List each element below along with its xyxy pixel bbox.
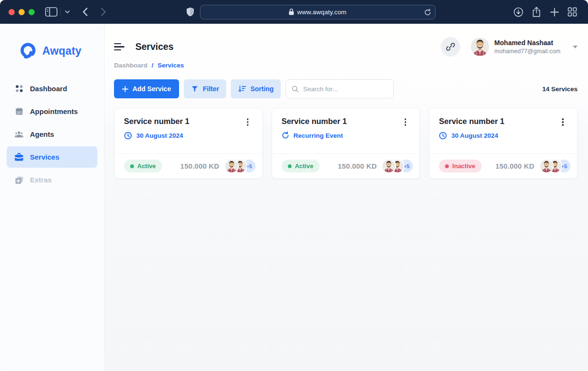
- service-date-text: 30 August 2024: [136, 132, 183, 139]
- service-title: Service number 1: [124, 117, 190, 126]
- window-controls: [9, 9, 35, 15]
- menu-toggle-icon[interactable]: [114, 42, 125, 52]
- sorting-button[interactable]: Sorting: [231, 79, 281, 98]
- app-logo-text: Awqaty: [42, 45, 82, 57]
- awqaty-logo-icon: [19, 42, 37, 60]
- more-options-icon[interactable]: [558, 117, 568, 127]
- search-icon: [292, 85, 299, 93]
- sidebar-nav: Dashboard Appointments Agents: [0, 78, 104, 190]
- agent-avatar: [225, 160, 238, 172]
- browser-toolbar-right: [511, 5, 579, 19]
- service-card-body: Service number 1 30 August 2024: [429, 108, 577, 153]
- sidebar-item-dashboard[interactable]: Dashboard: [7, 78, 97, 99]
- service-card-body: Service number 1 Recurring Event: [272, 108, 420, 153]
- status-badge: Active: [124, 160, 162, 172]
- sidebar-item-label: Dashboard: [30, 85, 67, 93]
- breadcrumb-dashboard[interactable]: Dashboard: [114, 62, 148, 69]
- people-icon: [14, 130, 24, 139]
- assigned-avatars[interactable]: +5: [540, 160, 570, 172]
- status-dot: [130, 164, 134, 168]
- extras-plus-icon: [14, 175, 24, 185]
- breadcrumb-services[interactable]: Services: [158, 62, 184, 69]
- sort-icon: [238, 85, 246, 93]
- filter-button[interactable]: Filter: [184, 79, 226, 98]
- services-count: 14 Services: [542, 86, 578, 93]
- service-card[interactable]: Service number 1 30 August 2024 Active 1…: [114, 108, 263, 179]
- service-card-footer: Active 150.000 KD +5: [272, 153, 420, 178]
- zoom-window-button[interactable]: [28, 9, 35, 15]
- service-card-footer: Active 150.000 KD +5: [114, 153, 262, 178]
- service-price: 150.000 KD: [495, 162, 534, 170]
- briefcase-icon: [14, 152, 24, 162]
- clock-icon: [439, 132, 447, 140]
- new-tab-icon[interactable]: [547, 5, 561, 19]
- sidebar-item-services[interactable]: Services: [7, 146, 97, 168]
- status-badge: Inactive: [439, 160, 481, 172]
- header-actions: Mohamed Nashaat mohamed77@gmail.com: [441, 37, 578, 57]
- sidebar-menu-chevron-icon[interactable]: [63, 5, 72, 19]
- sidebar-item-appointments[interactable]: Appointments: [7, 101, 97, 122]
- browser-window: www.awqaty.com: [0, 0, 588, 371]
- agent-avatar: [540, 160, 553, 172]
- more-options-icon[interactable]: [243, 117, 253, 127]
- privacy-shield-icon[interactable]: [186, 7, 194, 17]
- back-icon[interactable]: [78, 5, 92, 19]
- assigned-avatars[interactable]: +5: [225, 160, 256, 172]
- address-bar-group: www.awqaty.com: [186, 5, 436, 19]
- breadcrumb-separator: /: [152, 62, 153, 69]
- add-service-button[interactable]: Add Service: [114, 79, 179, 98]
- sidebar-item-agents[interactable]: Agents: [7, 124, 97, 145]
- sidebar-item-label: Agents: [30, 130, 54, 138]
- more-options-icon[interactable]: [400, 117, 410, 127]
- link-icon: [446, 42, 455, 52]
- chevron-down-icon[interactable]: [573, 46, 578, 48]
- status-dot: [288, 164, 292, 168]
- toolbar-divider: [60, 8, 61, 16]
- service-title: Service number 1: [282, 117, 347, 126]
- status-dot: [445, 164, 449, 168]
- close-window-button[interactable]: [9, 9, 15, 15]
- sidebar-item-extras[interactable]: Extras: [7, 169, 97, 190]
- status-badge: Active: [282, 160, 320, 172]
- service-recurring: Recurring Event: [282, 132, 410, 139]
- service-price: 150.000 KD: [338, 162, 377, 170]
- clock-icon: [124, 132, 132, 140]
- page-header: Services Mohamed Nashaat mohamed77@gmail…: [114, 37, 578, 57]
- sidebar-item-label: Extras: [30, 176, 52, 184]
- app-shell: Awqaty Dashboard Appointments: [0, 24, 588, 371]
- service-card[interactable]: Service number 1 Recurring Event Active …: [272, 108, 420, 179]
- user-avatar[interactable]: [471, 38, 489, 56]
- lock-icon: [289, 9, 294, 15]
- main-content: Services Mohamed Nashaat mohamed77@gmail…: [104, 24, 588, 371]
- copy-link-button[interactable]: [441, 37, 460, 57]
- browser-toolbar-left: [9, 5, 110, 19]
- sidebar-item-label: Services: [30, 153, 59, 161]
- tab-overview-icon[interactable]: [565, 5, 579, 19]
- address-bar[interactable]: www.awqaty.com: [200, 5, 436, 19]
- filter-funnel-icon: [191, 85, 199, 93]
- sidebar: Awqaty Dashboard Appointments: [0, 24, 104, 371]
- forward-icon[interactable]: [96, 5, 110, 19]
- search-input[interactable]: [303, 86, 388, 93]
- filter-label: Filter: [203, 85, 219, 93]
- browser-toolbar: www.awqaty.com: [0, 0, 588, 24]
- services-grid: Service number 1 30 August 2024 Active 1…: [114, 108, 578, 179]
- status-label: Active: [137, 162, 156, 170]
- service-title: Service number 1: [439, 117, 504, 126]
- plus-icon: [122, 86, 128, 92]
- downloads-icon[interactable]: [511, 5, 525, 19]
- recurring-icon: [282, 132, 289, 139]
- add-service-label: Add Service: [133, 85, 171, 93]
- sidebar-toggle-icon[interactable]: [44, 5, 58, 19]
- sorting-label: Sorting: [250, 85, 274, 93]
- service-card[interactable]: Service number 1 30 August 2024 Inactive…: [429, 108, 578, 179]
- calendar-icon: [14, 107, 24, 116]
- user-name: Mohamed Nashaat: [494, 39, 560, 47]
- user-menu[interactable]: Mohamed Nashaat mohamed77@gmail.com: [494, 39, 560, 54]
- reload-icon[interactable]: [424, 9, 431, 16]
- app-logo[interactable]: Awqaty: [0, 24, 104, 60]
- share-icon[interactable]: [529, 5, 543, 19]
- service-date: 30 August 2024: [439, 132, 568, 140]
- assigned-avatars[interactable]: +5: [382, 160, 413, 172]
- minimize-window-button[interactable]: [19, 9, 25, 15]
